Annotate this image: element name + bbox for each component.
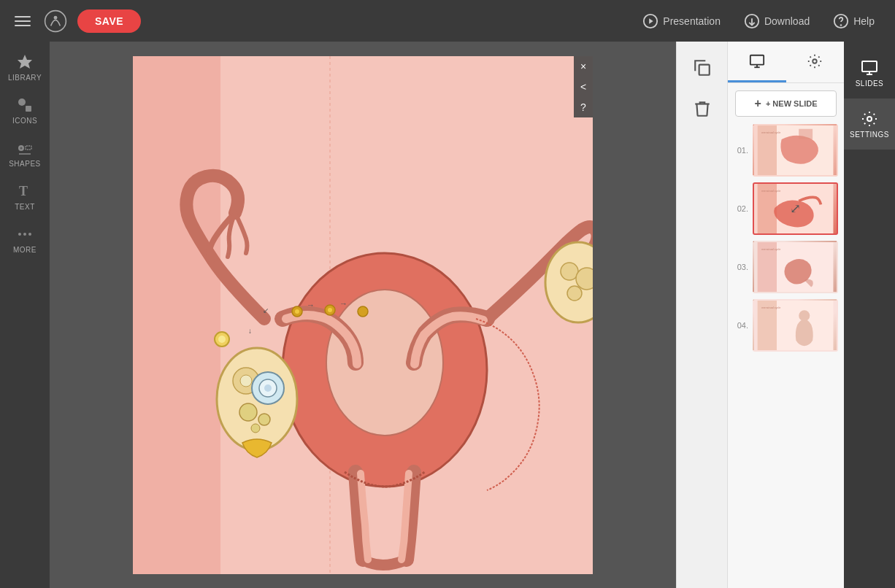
sidebar-item-icons[interactable]: ICONS [3, 90, 47, 131]
new-slide-label: + NEW SLIDE [766, 99, 818, 108]
svg-point-1 [54, 15, 58, 19]
canvas-container[interactable]: → → ↙ ↓ [133, 56, 593, 574]
save-button[interactable]: SAVE [77, 9, 141, 33]
slide-thumbnail-1[interactable]: menstrual cycle [753, 124, 838, 177]
svg-point-8 [18, 98, 26, 106]
download-label: Download [764, 15, 810, 27]
svg-point-28 [264, 384, 272, 392]
canvas-area: → → ↙ ↓ [50, 42, 676, 588]
main-content: LIBRARY ICONS SHAPES T TEXT [0, 42, 895, 588]
plus-icon: + [755, 97, 761, 110]
svg-marker-3 [649, 18, 653, 23]
sidebar-item-library[interactable]: LIBRARY [3, 47, 47, 88]
svg-point-25 [240, 375, 252, 387]
slide-thumbnail-4[interactable]: menstrual cycle [753, 299, 838, 352]
svg-text:menstrual cycle: menstrual cycle [761, 190, 780, 193]
svg-marker-7 [18, 55, 32, 69]
duplicate-slide-button[interactable] [677, 47, 727, 88]
svg-rect-48 [750, 55, 764, 64]
presentation-label: Presentation [663, 15, 721, 27]
close-canvas-button[interactable]: × [574, 56, 593, 77]
slide-item-1[interactable]: 01. menstrual cycle [734, 124, 838, 177]
svg-text:→: → [307, 301, 315, 309]
svg-text:→: → [339, 299, 347, 308]
svg-point-17 [28, 233, 31, 236]
left-sidebar: LIBRARY ICONS SHAPES T TEXT [0, 42, 50, 588]
delete-slide-button[interactable] [677, 88, 727, 129]
svg-rect-47 [699, 65, 709, 75]
new-slide-button[interactable]: + + NEW SLIDE [735, 90, 837, 117]
svg-point-30 [258, 414, 270, 425]
svg-point-51 [813, 59, 818, 63]
shapes-label: SHAPES [9, 160, 41, 168]
text-label: TEXT [15, 203, 35, 211]
slide-item-4[interactable]: 04. menstrual cycle [734, 299, 838, 352]
tab-slides[interactable] [728, 42, 786, 82]
icons-label: ICONS [12, 117, 37, 125]
slide-item-2[interactable]: 02. menstrual cycle ⤢ [734, 182, 838, 235]
svg-text:menstrual cycle: menstrual cycle [761, 306, 780, 309]
download-action[interactable]: Download [735, 9, 818, 34]
slide-number-4: 04. [734, 321, 748, 330]
settings-panel: SLIDES SETTINGS [844, 42, 895, 588]
sidebar-item-text[interactable]: T TEXT [3, 177, 47, 217]
svg-point-37 [295, 309, 299, 314]
help-action[interactable]: Help [824, 9, 883, 34]
svg-text:menstrual cycle: menstrual cycle [761, 248, 780, 251]
svg-rect-12 [26, 146, 31, 150]
slide-number-1: 01. [734, 146, 748, 155]
collapse-canvas-button[interactable]: < [574, 77, 593, 97]
svg-text:↓: ↓ [248, 327, 252, 335]
sidebar-item-more[interactable]: MORE [3, 220, 47, 260]
slide-number-2: 02. [734, 204, 748, 213]
slide-number-3: 03. [734, 263, 748, 271]
svg-point-46 [218, 336, 226, 343]
slides-btn-label: SLIDES [856, 80, 884, 88]
svg-point-35 [567, 286, 582, 301]
topbar: SAVE Presentation Download Help [0, 0, 895, 42]
presentation-action[interactable]: Presentation [634, 9, 729, 34]
svg-text:↙: ↙ [263, 306, 269, 314]
svg-point-0 [45, 10, 66, 31]
canvas-top-controls: × < ? [574, 56, 593, 117]
svg-rect-66 [862, 61, 877, 71]
library-label: LIBRARY [8, 74, 42, 82]
sidebar-item-shapes[interactable]: SHAPES [3, 134, 47, 174]
slide-list: 01. menstrual cycle 02. [728, 121, 844, 588]
app-logo [42, 8, 69, 34]
right-panel-actions [676, 42, 727, 588]
more-label: MORE [13, 246, 37, 254]
slides-panel: + + NEW SLIDE 01. menstrual cycle [727, 42, 844, 588]
svg-text:menstrual cycle: menstrual cycle [761, 131, 780, 134]
help-canvas-button[interactable]: ? [574, 97, 593, 117]
svg-rect-9 [26, 106, 31, 112]
svg-point-40 [328, 308, 332, 312]
svg-point-42 [358, 306, 368, 317]
slide-thumbnail-2[interactable]: menstrual cycle ⤢ [753, 182, 838, 235]
tab-settings[interactable] [786, 42, 845, 82]
menu-icon[interactable] [12, 13, 34, 29]
svg-point-31 [251, 424, 260, 433]
slides-view-button[interactable]: SLIDES [844, 47, 895, 98]
svg-point-15 [18, 233, 21, 236]
svg-text:T: T [19, 184, 28, 198]
slides-panel-tabs [728, 42, 844, 83]
svg-point-29 [239, 403, 257, 421]
svg-rect-19 [133, 56, 220, 574]
svg-point-16 [23, 233, 26, 236]
svg-rect-55 [799, 129, 813, 139]
svg-point-69 [867, 117, 872, 121]
help-label: Help [853, 15, 875, 27]
svg-point-34 [576, 268, 593, 290]
slide-thumbnail-3[interactable]: menstrual cycle [753, 241, 838, 293]
svg-point-22 [326, 290, 443, 436]
topbar-right-actions: Presentation Download Help [634, 9, 883, 34]
settings-btn-label: SETTINGS [850, 131, 889, 139]
svg-point-11 [20, 147, 23, 150]
slide-item-3[interactable]: 03. menstrual cycle [734, 241, 838, 293]
settings-view-button[interactable]: SETTINGS [844, 98, 895, 150]
svg-point-6 [841, 25, 842, 26]
